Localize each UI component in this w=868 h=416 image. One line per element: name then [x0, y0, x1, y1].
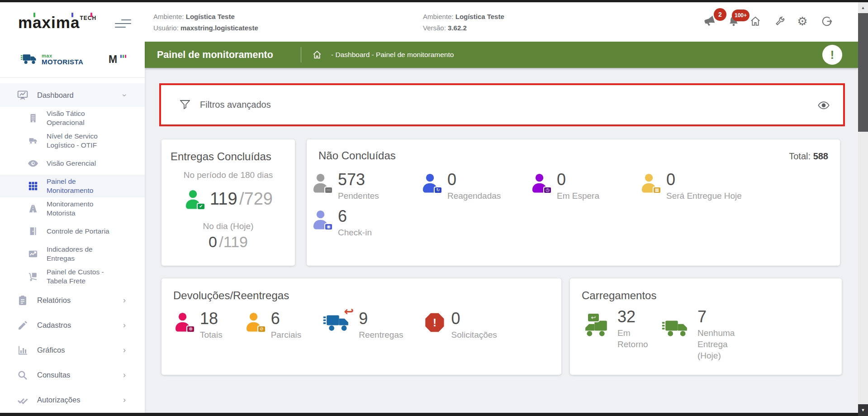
chevron-right-icon: ›	[123, 370, 126, 380]
mini-tick-green	[123, 55, 124, 58]
stat-value: 18	[200, 310, 223, 327]
scroll-up-arrow[interactable]: ▲	[858, 2, 868, 13]
stat-value: 9	[359, 310, 403, 327]
sidebar-item-cadastros[interactable]: Cadastros ›	[0, 313, 145, 338]
delivery-truck-icon	[662, 318, 691, 339]
sidebar-toggle-hamburger-icon[interactable]	[115, 19, 132, 29]
sidebar-item-visao-tatico-operacional[interactable]: Visão Tático Operacional	[0, 107, 145, 129]
sidebar-item-label: Relatórios	[37, 296, 71, 305]
dashboard-submenu: Visão Tático Operacional Nível de Servic…	[0, 107, 145, 288]
logo-tick-green	[33, 13, 35, 17]
version-value: 3.62.2	[448, 24, 467, 32]
person-returns-total-icon: ⊗	[173, 312, 193, 333]
settings-gear-icon[interactable]: ⚙	[796, 15, 809, 28]
sidebar-item-painel-de-custos[interactable]: Painel de Custos - Tabela Frete	[0, 265, 145, 288]
sidebar-item-graficos[interactable]: Gráficos ›	[0, 338, 145, 363]
sidebar-item-label: Monitoramento Motorista	[47, 200, 123, 218]
advanced-filters-panel[interactable]: Filtros avançados	[159, 83, 845, 126]
announcements-count-badge: 2	[714, 8, 726, 21]
building-icon	[27, 112, 39, 124]
period-total: /729	[239, 189, 273, 208]
sidebar-item-label: Dashboard	[37, 91, 74, 100]
card-nao-concluidas: Não Concluídas Total: 588 ⋯ 573 Pendente…	[307, 139, 840, 266]
chart-icon	[27, 248, 39, 260]
sidebar-item-nivel-servico-otif[interactable]: Nível de Servico Logístico - OTIF	[0, 129, 145, 152]
stat-label: Em Retorno	[617, 327, 655, 350]
page-titlebar: Painel de monitoramento - Dashboard - Pa…	[145, 42, 858, 68]
mini-logo-letter: M	[109, 53, 117, 65]
logout-icon[interactable]	[821, 15, 833, 28]
door-icon	[27, 225, 39, 237]
gear-glyph: ⚙	[797, 15, 807, 27]
stat-value: 0	[557, 171, 599, 188]
sidebar-item-label: Visão Gerencial	[47, 159, 123, 168]
cancel-badge-icon: ⊗	[186, 325, 195, 333]
sidebar-item-controle-de-portaria[interactable]: Controle de Portaria	[0, 220, 145, 243]
logo-sub-text: TECH	[80, 15, 96, 21]
stat-parciais: ⊘ 6 Parciais	[244, 310, 302, 340]
vertical-scrollbar[interactable]: ▲ ▼	[858, 2, 868, 416]
logo-brand-text: maxima	[18, 14, 80, 31]
home-icon[interactable]	[749, 15, 762, 28]
app-window: maximaTECH Ambiente: Logística Teste Usu…	[0, 0, 868, 416]
calendar-badge-icon: ▦	[653, 186, 661, 194]
mini-tick-pink	[125, 55, 126, 58]
logo-tick-pink	[90, 13, 92, 17]
sidebar-item-visao-gerencial[interactable]: Visão Gerencial	[0, 152, 145, 175]
person-checkin-icon: ◉	[311, 210, 331, 231]
logo-tick-blue	[71, 13, 73, 17]
scroll-down-arrow[interactable]: ▼	[858, 404, 868, 416]
stat-label: Em Espera	[557, 190, 599, 201]
slash-badge-icon: ⊘	[257, 325, 266, 333]
card-title: Carregamentos	[582, 289, 830, 302]
scrollbar-thumb[interactable]	[858, 13, 868, 132]
sidebar-item-indicadores-de-entregas[interactable]: Indicadores de Entregas	[0, 243, 145, 265]
sidebar-item-autorizacoes[interactable]: Autorizações ›	[0, 387, 145, 412]
sidebar: max MOTORISTA M Dashboard › Visão T	[0, 42, 145, 413]
main-content: Filtros avançados Entregas Concluídas No…	[145, 68, 858, 413]
check-badge-icon: ✔	[197, 203, 205, 210]
person-waiting-icon: ◷	[530, 173, 550, 194]
breadcrumb-home-icon[interactable]	[312, 50, 322, 60]
sidebar-item-label: Painel de Custos - Tabela Frete	[47, 268, 123, 286]
sidebar-item-monitoramento-motorista[interactable]: Monitoramento Motorista	[0, 197, 145, 220]
alert-button[interactable]: !	[822, 45, 842, 65]
ellipsis-badge-icon: ⋯	[324, 186, 333, 194]
stat-em-retorno: ↩ 32 Em Retorno	[582, 308, 655, 361]
dolly-icon	[27, 271, 39, 282]
chevron-right-icon: ›	[123, 296, 126, 305]
clipboard-icon	[17, 295, 28, 306]
stat-label: Totais	[200, 329, 223, 340]
search-icon	[17, 369, 28, 381]
double-check-icon	[17, 394, 28, 406]
card-entregas-concluidas: Entregas Concluídas No período de 180 di…	[161, 139, 295, 266]
return-arrow-badge-icon: ↩	[587, 313, 600, 322]
sidebar-item-painel-de-monitoramento[interactable]: Painel de Monitoramento	[0, 175, 145, 197]
stat-label: Pendentes	[338, 190, 379, 201]
dashboard-easel-chart-icon	[17, 89, 28, 101]
filter-funnel-icon	[180, 100, 190, 110]
stat-em-espera: ◷ 0 Em Espera	[530, 171, 640, 201]
today-total: /119	[219, 233, 248, 250]
card-title: Devoluções/Reentregas	[173, 289, 550, 302]
user-value: maxstring.logisticateste	[180, 24, 258, 32]
bar-chart-icon	[17, 344, 28, 356]
stat-label: Parciais	[271, 329, 302, 340]
stat-reagendadas: ↻ 0 Reagendadas	[421, 171, 530, 201]
mini-logo: M	[109, 53, 117, 66]
titlebar-divider	[301, 47, 301, 62]
sidebar-item-label: Nível de Servico Logístico - OTIF	[47, 132, 123, 150]
person-today-icon: ▦	[640, 173, 659, 194]
env-label: Ambiente:	[423, 13, 454, 20]
stat-check-in: ◉ 6 Check-in	[311, 208, 421, 238]
stat-label: Nenhuma Entrega (Hoje)	[697, 327, 748, 361]
sidebar-item-dashboard[interactable]: Dashboard ›	[0, 83, 145, 107]
sidebar-item-consultas[interactable]: Consultas ›	[0, 363, 145, 387]
person-rescheduled-icon: ↻	[421, 173, 441, 194]
chevron-right-icon: ›	[123, 345, 126, 355]
sidebar-item-label: Autorizações	[37, 396, 80, 404]
motorista-logo-text: max MOTORISTA	[42, 53, 83, 65]
sidebar-item-relatorios[interactable]: Relatórios ›	[0, 288, 145, 313]
tools-wrench-icon[interactable]	[773, 15, 786, 28]
filters-visibility-eye-icon[interactable]	[818, 101, 830, 110]
